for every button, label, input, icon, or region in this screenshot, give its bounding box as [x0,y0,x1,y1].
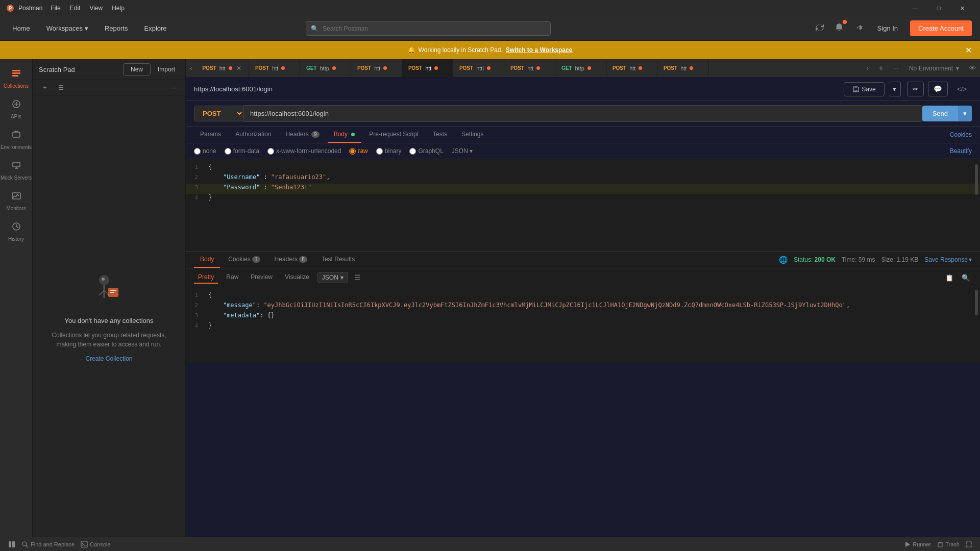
tab-headers[interactable]: Headers 9 [279,127,325,143]
request-tab-2[interactable]: POST htt [249,59,300,78]
notifications-button[interactable] [832,21,846,36]
body-none-option[interactable]: none [194,147,216,155]
nav-home[interactable]: Home [8,22,34,34]
sync-button[interactable] [813,21,826,36]
comment-button[interactable]: 💬 [928,82,948,96]
signin-button[interactable]: Sign In [871,21,904,35]
method-select[interactable]: POST GET PUT DELETE [194,106,244,121]
resp-format-visualize[interactable]: Visualize [281,271,313,284]
add-tab-button[interactable]: ＋ [873,63,889,73]
tab-params[interactable]: Params [194,127,227,143]
create-account-button[interactable]: Create Account [910,20,972,36]
tab-prerequest[interactable]: Pre-request Script [363,127,425,143]
send-dropdown-button[interactable]: ▾ [958,106,972,121]
create-collection-link[interactable]: Create Collection [85,355,132,362]
new-button[interactable]: New [123,63,151,76]
menu-file[interactable]: File [46,3,64,14]
resp-tab-test-results[interactable]: Test Results [315,252,361,268]
close-button[interactable]: ✕ [950,0,974,16]
tabs-left-arrow[interactable]: ‹ [186,59,196,77]
sidebar-item-collections[interactable]: Collections [0,63,32,94]
tab-tests[interactable]: Tests [427,127,453,143]
import-button[interactable]: Import [154,63,179,76]
notif-link[interactable]: Switch to a Workspace [506,46,572,54]
sidebar-item-environments[interactable]: Environments [0,124,32,155]
resp-format-pretty[interactable]: Pretty [194,271,218,284]
resp-tab-headers[interactable]: Headers 8 [268,252,313,268]
resp-filter-button[interactable]: ☰ [352,271,363,284]
sidebar-item-mock-servers[interactable]: Mock Servers [0,155,32,186]
resp-copy-button[interactable]: 📋 [943,272,955,284]
request-tab-7[interactable]: POST htt [504,59,555,78]
more-options-button[interactable]: ··· [168,83,179,92]
resp-format-preview[interactable]: Preview [247,271,277,284]
url-input[interactable] [244,105,922,122]
minimize-button[interactable]: — [903,0,927,16]
resp-json-selector[interactable]: JSON ▾ [317,272,348,283]
body-graphql-option[interactable]: GraphQL [409,147,443,155]
empty-collections-illustration [89,270,130,311]
sidebar-apis-label: APIs [11,114,21,119]
body-formdata-option[interactable]: form-data [225,147,259,155]
resp-format-raw[interactable]: Raw [222,271,242,284]
save-dropdown-button[interactable]: ▾ [889,82,901,96]
sidebar-item-apis[interactable]: APIs [0,94,32,124]
menu-view[interactable]: View [85,3,107,14]
beautify-button[interactable]: Beautify [950,147,972,155]
request-tab-8[interactable]: GET http [555,59,606,78]
tab-dot-5 [434,66,438,70]
mock-servers-icon [11,160,21,173]
request-tab-5[interactable]: POST htt [402,59,453,78]
add-collection-button[interactable]: ＋ [39,82,51,93]
menu-edit[interactable]: Edit [66,3,85,14]
body-urlencoded-option[interactable]: x-www-form-urlencoded [267,147,341,155]
save-button[interactable]: Save [844,82,884,96]
navbar: Home Workspaces ▾ Reports Explore 🔍 Sign… [0,16,980,41]
trash-button[interactable]: Trash [937,541,960,547]
settings-button[interactable] [852,21,865,36]
request-tab-9[interactable]: POST htt [606,59,657,78]
layout-toggle-button[interactable] [8,541,15,548]
tab-settings[interactable]: Settings [455,127,489,143]
cookies-link[interactable]: Cookies [950,131,972,138]
tab-body[interactable]: Body [328,127,361,143]
notif-close-button[interactable]: ✕ [965,45,972,55]
maximize-button[interactable]: □ [927,0,950,16]
resp-search-button[interactable]: 🔍 [960,272,972,284]
body-raw-option[interactable]: raw [349,147,368,155]
tab-close-1[interactable]: ✕ [235,65,242,72]
resp-line-1: 1 { [186,291,980,302]
request-tab-4[interactable]: POST htt [351,59,402,78]
send-button[interactable]: Send [922,106,958,121]
request-tab-3[interactable]: GET http [300,59,351,78]
environment-selector[interactable]: No Environment ▾ [903,65,965,72]
nav-workspaces[interactable]: Workspaces ▾ [42,22,92,34]
search-input[interactable] [306,21,551,36]
sidebar-item-monitors[interactable]: Monitors [0,186,32,216]
json-format-selector[interactable]: JSON ▾ [452,147,473,155]
console-button[interactable]: Console [81,541,110,548]
req-line-3: 3 "Password" : "Senha123!" [186,184,980,194]
request-tab-10[interactable]: POST htt [657,59,708,78]
find-replace-button[interactable]: Find and Replace [21,541,75,548]
tabs-more-button[interactable]: ··· [889,64,903,72]
sidebar-item-history[interactable]: History [0,216,32,247]
request-body-editor[interactable]: 1 { 2 "Username" : "rafausuario23", 3 "P… [186,159,980,251]
filter-button[interactable]: ☰ [55,83,67,92]
nav-reports[interactable]: Reports [101,22,132,34]
code-button[interactable]: </> [952,82,972,96]
resp-tab-cookies[interactable]: Cookies 1 [222,252,266,268]
nav-explore[interactable]: Explore [140,22,171,34]
expand-button[interactable] [966,541,972,547]
runner-button[interactable]: Runner [904,541,931,547]
body-binary-option[interactable]: binary [376,147,402,155]
env-eye-button[interactable]: 👁 [965,64,980,72]
menu-help[interactable]: Help [108,3,129,14]
tabs-right-arrow[interactable]: › [862,59,872,77]
resp-tab-body[interactable]: Body [194,252,220,268]
edit-button[interactable]: ✏ [907,82,924,96]
save-response-button[interactable]: Save Response ▾ [924,256,972,263]
tab-authorization[interactable]: Authorization [229,127,277,143]
request-tab-6[interactable]: POST htti [453,59,504,78]
request-tab-1[interactable]: POST htt ✕ [196,59,249,78]
